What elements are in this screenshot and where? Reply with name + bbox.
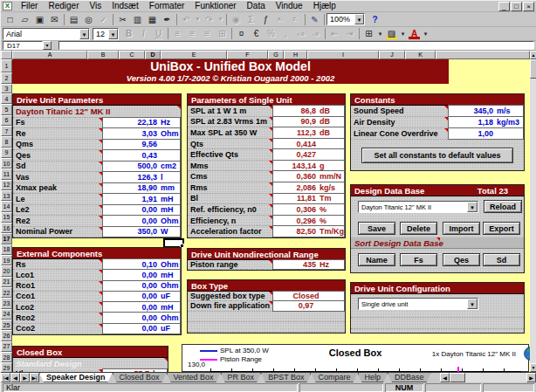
sheet-tab[interactable]: PR Box: [221, 373, 262, 382]
increase-decimal-icon[interactable]: +,0: [293, 27, 308, 40]
sheet-tab[interactable]: DDBase: [388, 373, 431, 382]
sheet-tab[interactable]: Compare: [311, 373, 357, 382]
row-value[interactable]: 345,0m/s: [448, 105, 524, 117]
bold-icon[interactable]: B: [121, 27, 136, 40]
row-label[interactable]: Mms: [188, 161, 272, 172]
row-value[interactable]: 500,0cm2: [102, 161, 181, 173]
row-label[interactable]: Nominal Power: [13, 227, 102, 238]
row-header[interactable]: 22: [1, 287, 12, 298]
export-button[interactable]: Export: [483, 222, 520, 235]
row-header[interactable]: 23: [1, 298, 12, 308]
column-header[interactable]: H: [284, 51, 307, 59]
row-header[interactable]: 7: [1, 126, 12, 136]
row-value[interactable]: 1,18kg/m3: [448, 116, 524, 128]
sheet-tab[interactable]: Help: [358, 373, 388, 382]
driver-name-cell[interactable]: Dayton Titanic 12" MK II: [13, 106, 181, 118]
row-value[interactable]: 22,18Hz: [102, 117, 181, 129]
row-header[interactable]: 18: [1, 244, 12, 255]
menu-item[interactable]: Funktioner: [189, 1, 241, 10]
row-label[interactable]: Xmax peak: [13, 183, 102, 195]
row-label[interactable]: Le2: [13, 205, 102, 217]
reload-button[interactable]: Reload: [484, 200, 522, 213]
row-header[interactable]: 16: [1, 223, 12, 233]
zoom-dropdown-icon[interactable]: ▾: [354, 14, 364, 24]
column-header[interactable]: C: [119, 51, 145, 59]
sheet-tab[interactable]: Closed Box: [113, 373, 167, 382]
hyperlink-icon[interactable]: ◉: [229, 13, 244, 26]
row-value[interactable]: 143,14g: [272, 160, 345, 172]
row-header[interactable]: 19: [1, 255, 12, 265]
row-value[interactable]: 0,296%: [272, 215, 345, 227]
row-value[interactable]: 0,00Ohm: [102, 215, 181, 227]
row-label[interactable]: Effective Qts: [188, 149, 272, 161]
sheet-tab[interactable]: Vented Box: [167, 373, 221, 382]
font-name-combo[interactable]: Arial ▾: [3, 28, 90, 40]
row-value[interactable]: 0,00mH: [102, 301, 181, 313]
row-label[interactable]: Piston range: [188, 260, 272, 270]
decrease-indent-icon[interactable]: ⇤: [327, 27, 342, 40]
row-label[interactable]: Cco2: [13, 324, 102, 334]
column-header[interactable]: K: [405, 51, 436, 59]
format-painter-icon[interactable]: ✒: [160, 13, 175, 26]
row-label[interactable]: Lco2: [13, 302, 102, 313]
row-label[interactable]: Re: [13, 128, 102, 140]
row-label[interactable]: Qts: [188, 139, 272, 150]
email-icon[interactable]: ✉: [47, 13, 62, 26]
name-box-dropdown-icon[interactable]: ▾: [43, 41, 52, 50]
decrease-decimal-icon[interactable]: -,0: [308, 27, 323, 40]
fill-color-icon[interactable]: ▨: [384, 27, 399, 40]
row-header[interactable]: 11: [1, 168, 12, 179]
menu-item[interactable]: Formater: [144, 1, 190, 10]
row-header[interactable]: 29: [1, 362, 12, 372]
font-color-icon[interactable]: A: [407, 27, 422, 40]
row-label[interactable]: Vas: [13, 172, 102, 183]
row-value[interactable]: 0,00mH: [102, 269, 181, 280]
row-value[interactable]: 0,414: [272, 138, 345, 150]
menu-item[interactable]: Filer: [16, 1, 43, 10]
row-value[interactable]: 1,91mH: [102, 193, 181, 205]
row-label[interactable]: Qes: [13, 150, 102, 162]
sheet-tab[interactable]: Speaker Design: [39, 373, 113, 382]
row-header[interactable]: 10: [1, 158, 12, 168]
row-label[interactable]: Sd: [13, 162, 102, 173]
row-label[interactable]: Air Density: [351, 117, 448, 128]
column-header[interactable]: F: [227, 51, 268, 59]
import-button[interactable]: Import: [443, 222, 480, 235]
row-label[interactable]: Bl: [188, 194, 272, 205]
row-value[interactable]: 3,03Ohm: [102, 127, 181, 140]
scroll-left-icon[interactable]: ◀: [440, 373, 450, 382]
row-label[interactable]: Le: [13, 194, 102, 205]
next-tab-icon[interactable]: ▶: [20, 373, 30, 382]
row-value[interactable]: 0,43: [102, 149, 181, 162]
row-label[interactable]: Linear Cone Overdrive: [351, 128, 448, 140]
help-icon[interactable]: ?: [368, 13, 382, 26]
row-header[interactable]: 25: [1, 320, 12, 330]
row-value[interactable]: 0,00uF: [102, 323, 181, 334]
copy-icon[interactable]: ▥: [130, 13, 145, 26]
vertical-scroll-thumb[interactable]: [530, 59, 536, 79]
open-icon[interactable]: ▱: [17, 13, 32, 26]
undo-dropdown-icon[interactable]: ▾: [194, 13, 202, 26]
cell-area[interactable]: UniBox - Unified Box Model Version 4.00 …: [12, 59, 530, 372]
row-label[interactable]: Max SPL at 350 W: [188, 127, 272, 139]
row-header[interactable]: 17: [1, 233, 12, 244]
row-header[interactable]: 15: [1, 212, 12, 223]
row-label[interactable]: Efficiency, n: [188, 216, 272, 227]
column-header[interactable]: A: [12, 51, 87, 59]
row-label[interactable]: Down fire application: [188, 301, 272, 311]
row-label[interactable]: Rco1: [13, 281, 102, 292]
drawing-icon[interactable]: ✎: [307, 13, 322, 26]
sort-qes-button[interactable]: Qes: [443, 253, 480, 266]
percent-style-icon[interactable]: %: [264, 27, 278, 40]
configuration-dropdown[interactable]: Single drive unit ▾: [358, 298, 478, 310]
horizontal-scroll-thumb[interactable]: [450, 373, 465, 382]
row-header[interactable]: 6: [1, 115, 12, 126]
driver-select-dropdown[interactable]: Dayton Titanic 12" MK II ▾: [358, 201, 478, 213]
row-header[interactable]: 28: [1, 352, 12, 362]
font-color-dropdown-icon[interactable]: ▾: [422, 27, 429, 40]
empty-cell[interactable]: [188, 312, 345, 322]
align-left-icon[interactable]: ≡: [170, 27, 185, 40]
column-header[interactable]: G: [268, 51, 284, 59]
row-value[interactable]: 0,00mH: [102, 204, 181, 217]
menu-item[interactable]: Hjælp: [308, 1, 341, 10]
